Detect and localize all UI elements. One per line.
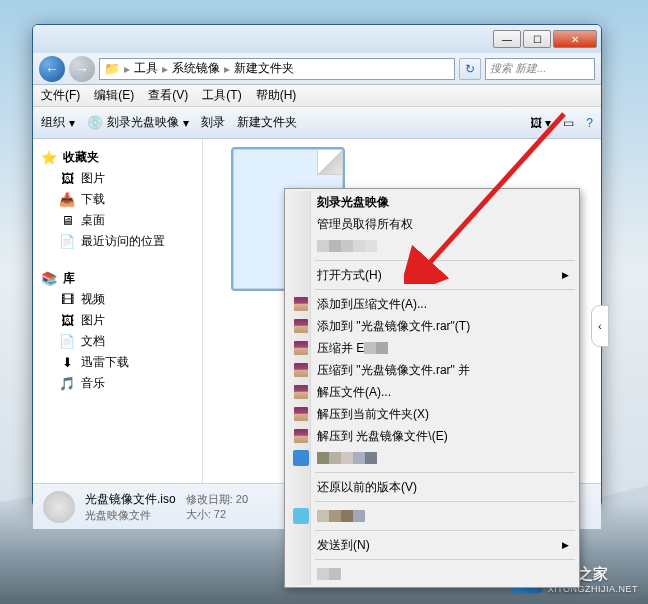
cm-blurred-4[interactable] [287,563,577,585]
details-filename: 光盘镜像文件.iso [85,491,176,508]
menu-help[interactable]: 帮助(H) [256,87,297,104]
breadcrumb-item[interactable]: 新建文件夹 [234,60,294,77]
chevron-right-icon: ▶ [562,540,569,550]
toolbar: 组织 ▾ 💿刻录光盘映像 ▾ 刻录 新建文件夹 🖼 ▾ ▭ ? [33,107,601,139]
address-bar[interactable]: 📁 ▸ 工具 ▸ 系统镜像 ▸ 新建文件夹 [99,58,455,80]
rar-icon [293,428,309,444]
details-filetype: 光盘映像文件 [85,508,176,523]
cm-compress-email[interactable]: 压缩并 E [287,337,577,359]
sidebar-item-documents[interactable]: 📄文档 [33,331,202,352]
menu-file[interactable]: 文件(F) [41,87,80,104]
preview-pane-button[interactable]: ▭ [563,116,574,130]
details-date: 20 [236,493,248,505]
cm-compress-rar-email[interactable]: 压缩到 "光盘镜像文件.rar" 并 [287,359,577,381]
cm-extract-here[interactable]: 解压到当前文件夹(X) [287,403,577,425]
separator [315,530,575,531]
details-size: 72 [214,508,226,520]
breadcrumb-item[interactable]: 系统镜像 [172,60,220,77]
star-icon: ⭐ [41,150,57,166]
sidebar-item-xunlei[interactable]: ⬇迅雷下载 [33,352,202,373]
cm-extract[interactable]: 解压文件(A)... [287,381,577,403]
rar-icon [293,318,309,334]
cm-add-archive[interactable]: 添加到压缩文件(A)... [287,293,577,315]
cm-send-to[interactable]: 发送到(N)▶ [287,534,577,556]
rar-icon [293,362,309,378]
burn-image-button[interactable]: 💿刻录光盘映像 ▾ [87,114,189,131]
video-icon: 🎞 [59,292,75,308]
music-icon: 🎵 [59,376,75,392]
details-size-label: 大小: [186,508,211,520]
sidebar-item-lib-pictures[interactable]: 🖼图片 [33,310,202,331]
pictures-icon: 🖼 [59,313,75,329]
menu-edit[interactable]: 编辑(E) [94,87,134,104]
separator [315,501,575,502]
disc-icon [43,491,75,523]
cm-take-ownership[interactable]: 管理员取得所有权 [287,213,577,235]
app-icon [293,450,309,466]
organize-button[interactable]: 组织 ▾ [41,114,75,131]
nav-sidebar: ⭐收藏夹 🖼图片 📥下载 🖥桌面 📄最近访问的位置 📚库 🎞视频 🖼图片 📄文档… [33,139,203,483]
context-menu: 刻录光盘映像 管理员取得所有权 打开方式(H)▶ 添加到压缩文件(A)... 添… [284,188,580,588]
separator [315,472,575,473]
search-input[interactable]: 搜索 新建... [485,58,595,80]
rar-icon [293,296,309,312]
chevron-right-icon: ▸ [224,62,230,76]
sidebar-item-music[interactable]: 🎵音乐 [33,373,202,394]
maximize-button[interactable]: ☐ [523,30,551,48]
documents-icon: 📄 [59,334,75,350]
chevron-right-icon: ▸ [124,62,130,76]
pictures-icon: 🖼 [59,171,75,187]
details-date-label: 修改日期: [186,493,233,505]
sidebar-libraries-header[interactable]: 📚库 [33,268,202,289]
rar-icon [293,406,309,422]
cm-add-rar[interactable]: 添加到 "光盘镜像文件.rar"(T) [287,315,577,337]
sidebar-item-pictures[interactable]: 🖼图片 [33,168,202,189]
cm-blurred-2[interactable] [287,447,577,469]
downloads-icon: 📥 [59,192,75,208]
cm-extract-to[interactable]: 解压到 光盘镜像文件\(E) [287,425,577,447]
app-icon [293,508,309,524]
recent-icon: 📄 [59,234,75,250]
library-icon: 📚 [41,271,57,287]
sidebar-item-recent[interactable]: 📄最近访问的位置 [33,231,202,252]
separator [315,289,575,290]
sidebar-favorites-header[interactable]: ⭐收藏夹 [33,147,202,168]
cm-blurred-3[interactable] [287,505,577,527]
close-button[interactable]: ✕ [553,30,597,48]
separator [315,559,575,560]
menu-view[interactable]: 查看(V) [148,87,188,104]
sidebar-item-videos[interactable]: 🎞视频 [33,289,202,310]
forward-button[interactable]: → [69,56,95,82]
refresh-button[interactable]: ↻ [459,58,481,80]
separator [315,260,575,261]
help-button[interactable]: ? [586,116,593,130]
minimize-button[interactable]: — [493,30,521,48]
rar-icon [293,340,309,356]
chevron-right-icon: ▶ [562,270,569,280]
expand-preview-chevron[interactable]: ‹ [591,305,609,347]
chevron-right-icon: ▸ [162,62,168,76]
cm-restore-previous[interactable]: 还原以前的版本(V) [287,476,577,498]
xunlei-icon: ⬇ [59,355,75,371]
menu-tools[interactable]: 工具(T) [202,87,241,104]
sidebar-item-desktop[interactable]: 🖥桌面 [33,210,202,231]
titlebar[interactable]: — ☐ ✕ [33,25,601,53]
disc-icon: 💿 [87,115,103,131]
menubar: 文件(F) 编辑(E) 查看(V) 工具(T) 帮助(H) [33,85,601,107]
rar-icon [293,384,309,400]
burn-button[interactable]: 刻录 [201,114,225,131]
desktop-icon: 🖥 [59,213,75,229]
back-button[interactable]: ← [39,56,65,82]
sidebar-item-downloads[interactable]: 📥下载 [33,189,202,210]
nav-row: ← → 📁 ▸ 工具 ▸ 系统镜像 ▸ 新建文件夹 ↻ 搜索 新建... [33,53,601,85]
breadcrumb-item[interactable]: 工具 [134,60,158,77]
view-mode-button[interactable]: 🖼 ▾ [530,116,551,130]
cm-open-with[interactable]: 打开方式(H)▶ [287,264,577,286]
cm-blurred-1[interactable] [287,235,577,257]
cm-burn-image[interactable]: 刻录光盘映像 [287,191,577,213]
folder-icon: 📁 [104,61,120,77]
new-folder-button[interactable]: 新建文件夹 [237,114,297,131]
